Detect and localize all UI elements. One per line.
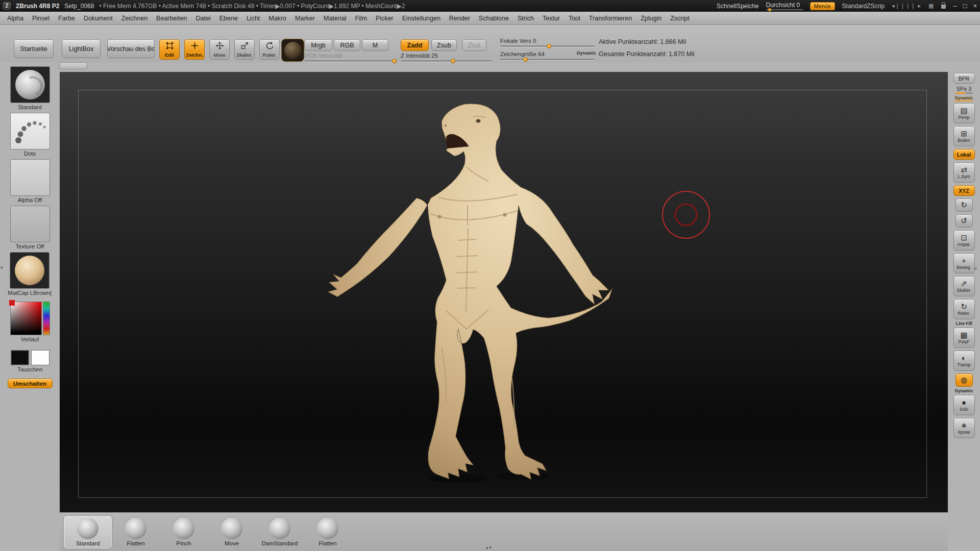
close-button[interactable]: × (973, 2, 977, 10)
menu-strich[interactable]: Strich (518, 15, 534, 22)
menu-dokument[interactable]: Dokument (84, 15, 113, 22)
menu-pinsel[interactable]: Pinsel (32, 15, 50, 22)
pan-button[interactable]: +Beweg. (953, 253, 975, 273)
menu-datei[interactable]: Datei (196, 15, 211, 22)
menu-render[interactable]: Render (449, 15, 470, 22)
left-tray-collapse-icon[interactable]: ◂ (0, 264, 3, 270)
brush-cursor (60, 72, 948, 512)
current-alpha-thumbnail[interactable] (10, 159, 50, 196)
menu-ebene[interactable]: Ebene (219, 15, 238, 22)
menu-licht[interactable]: Licht (247, 15, 260, 22)
maximize-button[interactable]: □ (963, 2, 967, 10)
zscript-name[interactable]: StandardZScrip (842, 3, 885, 10)
right-tray-collapse-icon[interactable]: ◂ (974, 265, 976, 271)
saturation-value-field[interactable] (10, 302, 42, 335)
menu-marker[interactable]: Marker (295, 15, 315, 22)
spin-back-icon[interactable]: ↺ (955, 214, 973, 228)
minimize-button[interactable]: – (953, 2, 957, 10)
menu-textur[interactable]: Textur (543, 15, 560, 22)
quicksave-button[interactable]: SchnellSpeiche (717, 3, 759, 10)
m-button[interactable]: M (362, 39, 388, 51)
lightbox-button[interactable]: LightBox (62, 39, 101, 58)
scale-button[interactable]: Skalier. (234, 39, 255, 60)
xpose-button[interactable]: ∗Xpose (953, 418, 975, 438)
draw-button[interactable]: Zeichn. (184, 39, 205, 60)
menu-material[interactable]: Material (324, 15, 346, 22)
zbrush-app: { "titlebar": { "app_title": "ZBrush 4R8… (0, 0, 980, 551)
tray-scroll-handle[interactable] (59, 62, 87, 69)
spix-slider[interactable]: SPix 3 (955, 86, 973, 94)
document-canvas[interactable] (60, 72, 948, 512)
recent-brush-standard-0[interactable]: Standard (64, 516, 112, 548)
ghost-icon[interactable]: ◍ (955, 373, 973, 387)
recent-brush-move-3[interactable]: Move (208, 516, 256, 548)
color-picker[interactable] (10, 302, 50, 335)
edit-button[interactable]: Edit (159, 39, 180, 60)
focal-shift-slider[interactable]: Fokale Vers 0 (500, 37, 595, 47)
spin-icon[interactable]: ↻ (955, 198, 973, 212)
document-name: Setp_0068 (64, 3, 94, 10)
current-texture-thumbnail[interactable] (10, 206, 50, 242)
see-through-slider[interactable]: Durchsicht 0 (766, 2, 803, 10)
rotate-button[interactable]: Rotier. (259, 39, 280, 60)
menus-toggle-button[interactable]: Menüs (810, 2, 835, 10)
vorschau-button[interactable]: Vorschau des Bo (107, 39, 155, 58)
xyz-button[interactable]: XYZ (953, 185, 975, 196)
alpha-name-label: Alpha Off (18, 197, 42, 203)
recent-brush-flatten-5[interactable]: Flatten (304, 516, 352, 548)
persp-button[interactable]: ▤Persp (953, 103, 975, 123)
startseite-button[interactable]: Startseite (14, 39, 54, 58)
current-brush-thumbnail[interactable] (10, 66, 50, 103)
recent-brush-flatten-1[interactable]: Flatten (112, 516, 160, 548)
mrgb-button[interactable]: Mrgb (304, 39, 332, 51)
main-color-swatch[interactable] (11, 350, 29, 365)
brush-name-label: Standard (18, 104, 42, 110)
menu-zscript[interactable]: Zscript (670, 15, 690, 22)
bpr-button[interactable]: BPR (953, 73, 975, 84)
secondary-color-swatch[interactable] (31, 350, 50, 365)
switch-colors-button[interactable]: Umschalten (8, 379, 53, 388)
menu-alpha[interactable]: Alpha (7, 15, 23, 22)
zadd-button[interactable]: Zadd (401, 39, 429, 51)
rgb-intensity-slider[interactable]: RGB Intensität (304, 52, 397, 62)
zsub-button[interactable]: Zsub (431, 39, 457, 51)
menu-farbe[interactable]: Farbe (58, 15, 75, 22)
orbit-button[interactable]: ↻Rotier. (953, 299, 975, 319)
transp-button[interactable]: ◐Transp (953, 350, 975, 371)
solo-button[interactable]: ●Solo (953, 395, 975, 415)
move-arrows-icon (215, 41, 224, 52)
brush-sphere-icon (15, 70, 45, 99)
menu-picker[interactable]: Picker (376, 15, 394, 22)
menu-zplugin[interactable]: Zplugin (641, 15, 662, 22)
bottom-tray-resize-icon[interactable]: ▴▾ (486, 545, 493, 550)
menu-film[interactable]: Film (355, 15, 367, 22)
lock-icon[interactable] (941, 5, 946, 9)
menu-bearbeiten[interactable]: Bearbeiten (156, 15, 187, 22)
fit-button[interactable]: ⊡Anpas. (953, 230, 975, 251)
recent-brush-damstandard-4[interactable]: DamStandard (256, 516, 304, 548)
move-button[interactable]: Move (209, 39, 230, 60)
zscript-playback-controls[interactable]: ◂❘❘❘❘ ▸ (892, 3, 921, 9)
recent-brush-pinch-2[interactable]: Pinch (160, 516, 208, 548)
menu-transformieren[interactable]: Transformieren (589, 15, 632, 22)
menu-einstellungen[interactable]: Einstellungen (402, 15, 440, 22)
current-material-preview[interactable] (281, 39, 304, 62)
dynamic-mode-label[interactable]: Dynamic (577, 51, 596, 56)
menu-schablone[interactable]: Schablone (479, 15, 509, 22)
z-intensity-slider[interactable]: Z Intensität 25 (401, 52, 492, 62)
material-sphere-icon (284, 42, 302, 59)
menu-tool[interactable]: Tool (569, 15, 580, 22)
current-material-thumbnail[interactable] (10, 252, 50, 289)
lsym-button[interactable]: ⇄L.Sym (953, 162, 975, 183)
page-icon[interactable]: ▦ (928, 3, 934, 9)
hue-strip[interactable] (43, 302, 50, 335)
local-button[interactable]: Lokal (953, 149, 975, 160)
zoom-button[interactable]: ⇗Skalier. (953, 276, 975, 296)
menu-zeichnen[interactable]: Zeichnen (121, 15, 148, 22)
polyframe-button[interactable]: ▦PolyF (953, 328, 975, 348)
rgb-button[interactable]: RGB (334, 39, 360, 51)
current-stroke-thumbnail[interactable] (10, 113, 50, 149)
zcut-button[interactable]: Zcut (462, 39, 486, 51)
menu-makro[interactable]: Makro (268, 15, 286, 22)
floor-button[interactable]: ⊞Boden (953, 126, 975, 146)
